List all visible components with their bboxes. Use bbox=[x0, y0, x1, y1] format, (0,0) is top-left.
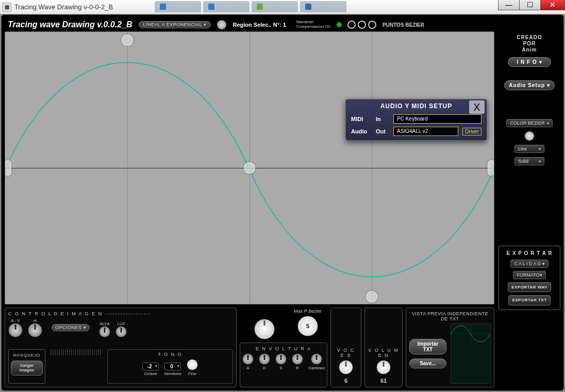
line-dropdown[interactable]: Line▾ bbox=[514, 145, 544, 153]
fine-label: Fine bbox=[188, 371, 196, 376]
voces-label: V O C E S bbox=[334, 348, 358, 358]
luz-label: LUZ bbox=[115, 321, 127, 326]
env-s-label: S bbox=[279, 366, 282, 370]
maximize-button[interactable]: ☐ bbox=[519, 0, 541, 10]
octave-spin[interactable]: -2 bbox=[142, 363, 159, 370]
fine-knob[interactable] bbox=[187, 359, 198, 370]
bosquejo-label: BOSQUEJO bbox=[13, 353, 40, 357]
audio-midi-dialog: X AUDIO Y MIDI SETUP MIDI In PC Keyboard… bbox=[345, 99, 487, 141]
txt-preview-canvas bbox=[451, 323, 491, 384]
close-button[interactable]: ✕ bbox=[540, 0, 565, 10]
color-bezier-dropdown[interactable]: COLOR BEZIER▾ bbox=[506, 119, 552, 127]
region-label: Region Selec.. N°: 1 bbox=[232, 22, 286, 28]
dc-label-2: Compensacion DC bbox=[296, 25, 331, 29]
export-wav-button[interactable]: EXPORTAR WAV bbox=[508, 282, 551, 293]
semitone-label: Semitone bbox=[164, 371, 181, 376]
opciones-dropdown[interactable]: OPCIONES ▾ bbox=[52, 324, 90, 331]
calidad-dropdown[interactable]: C A L I D A D ▾ bbox=[510, 260, 548, 268]
mode-dropdown[interactable]: LINEAL A EXPONENCIAL ▾ bbox=[139, 21, 211, 28]
edge-handle-right[interactable] bbox=[488, 160, 494, 176]
alfa-knob[interactable] bbox=[99, 326, 110, 337]
molde-label: M O L D E bbox=[245, 308, 284, 317]
bezier-label: PUNTOS BEZIER bbox=[383, 22, 424, 28]
formato-dropdown[interactable]: FORMATO▾ bbox=[513, 271, 545, 279]
bezier-points-group bbox=[347, 21, 376, 29]
midi-label: MIDI bbox=[351, 116, 372, 122]
export-title: E X P O R T A R bbox=[506, 250, 552, 257]
env-d-knob[interactable] bbox=[259, 353, 270, 365]
bezier-ring[interactable] bbox=[358, 21, 366, 29]
env-a-knob[interactable] bbox=[242, 353, 254, 365]
bg-tab[interactable] bbox=[300, 1, 346, 12]
audio-label: Audio bbox=[351, 128, 372, 134]
env-a-label: A bbox=[246, 366, 249, 370]
importar-txt-button[interactable]: Importar TXT bbox=[409, 339, 446, 354]
luz-knob[interactable] bbox=[115, 326, 127, 337]
env-r-label: R bbox=[296, 366, 299, 370]
audio-out-field[interactable]: ASIO4ALL v2 bbox=[393, 127, 458, 136]
solid-dropdown[interactable]: Solid▾ bbox=[514, 157, 544, 165]
export-txt-button[interactable]: EXPORTAR TXT bbox=[508, 295, 550, 305]
voces-knob[interactable] bbox=[339, 360, 353, 374]
bezier-handle[interactable] bbox=[122, 35, 133, 46]
bosquejo-box: BOSQUEJO Cargar Imagen bbox=[8, 349, 45, 384]
av-knob[interactable] bbox=[8, 323, 23, 337]
header-knob[interactable] bbox=[217, 20, 226, 29]
img-ctrl-title: C O N T R O L D E I M A G E N ----------… bbox=[8, 311, 233, 316]
dc-led[interactable] bbox=[337, 23, 341, 27]
info-button[interactable]: I N F O ▾ bbox=[508, 57, 551, 67]
audio-setup-button[interactable]: Audio Setup ▾ bbox=[504, 80, 555, 90]
vol-value: 61 bbox=[380, 378, 387, 384]
bezier-ring[interactable] bbox=[368, 21, 376, 29]
out-label: Out bbox=[376, 128, 389, 134]
env-r-knob[interactable] bbox=[292, 353, 303, 365]
maxp-knob[interactable]: 5 bbox=[297, 316, 318, 336]
bezier-ring[interactable] bbox=[347, 21, 356, 29]
edge-handle-left[interactable] bbox=[5, 160, 11, 176]
env-amt-label: Cantidad bbox=[308, 366, 325, 370]
top-toolbar: Tracing wave Drawing v.0.0.2_B LINEAL A … bbox=[5, 18, 560, 31]
bezier-handle[interactable] bbox=[366, 291, 377, 302]
molde-knob[interactable] bbox=[254, 319, 275, 339]
semitone-spin[interactable]: 0 bbox=[164, 363, 181, 370]
bg-tab[interactable] bbox=[155, 1, 201, 12]
save-button[interactable]: Save... bbox=[409, 359, 446, 368]
right-sidebar: CREADO POR Anim I N F O ▾ Audio Setup ▾ … bbox=[498, 31, 560, 387]
voces-value: 6 bbox=[344, 378, 347, 384]
preview-title: VISTA PREVIA INDEPENDIENTE DE TXT bbox=[409, 311, 491, 321]
env-title: E N V O L T U R A bbox=[243, 346, 324, 351]
in-label: In bbox=[376, 116, 389, 122]
av-label: A - V bbox=[8, 318, 23, 323]
bezier-handle[interactable] bbox=[244, 162, 255, 174]
vol-knob[interactable] bbox=[376, 360, 391, 374]
octave-label: Octave bbox=[144, 371, 157, 376]
midi-in-field[interactable]: PC Keyboard bbox=[393, 114, 481, 124]
env-s-knob[interactable] bbox=[275, 353, 287, 365]
maxp-label: Max P Bezier bbox=[294, 309, 321, 314]
created-by-label: CREADO POR Anim bbox=[517, 35, 542, 53]
window-titlebar: ▦ Tracing Wave Drawing v-0-0-2_B — ☐ ✕ bbox=[0, 0, 565, 14]
app-icon: ▦ bbox=[2, 3, 11, 12]
tono-title: T O N O bbox=[110, 352, 230, 357]
export-panel: E X P O R T A R C A L I D A D ▾ FORMATO▾… bbox=[498, 246, 560, 310]
dialog-title: AUDIO Y MIDI SETUP bbox=[346, 99, 487, 113]
sketch-preview bbox=[51, 349, 102, 355]
bg-tab[interactable] bbox=[252, 1, 298, 12]
waveform-canvas[interactable]: X AUDIO Y MIDI SETUP MIDI In PC Keyboard… bbox=[5, 31, 494, 304]
app-title: Tracing wave Drawing v.0.0.2_B bbox=[8, 20, 132, 29]
driver-button[interactable]: Driver bbox=[462, 128, 481, 135]
env-amt-knob[interactable] bbox=[311, 353, 322, 365]
app-body: Tracing wave Drawing v.0.0.2_B LINEAL A … bbox=[1, 14, 564, 391]
vol-label: V O L U M E N bbox=[368, 348, 399, 358]
h-knob[interactable] bbox=[28, 323, 42, 337]
cargar-imagen-button[interactable]: Cargar Imagen bbox=[11, 361, 43, 376]
window-title: Tracing Wave Drawing v-0-0-2_B bbox=[14, 3, 113, 11]
alfa-label: ALFA bbox=[99, 321, 110, 326]
bg-tab[interactable] bbox=[203, 1, 250, 12]
color-bezier-knob[interactable] bbox=[525, 131, 534, 141]
background-tabs bbox=[155, 1, 346, 12]
dialog-close-button[interactable]: X bbox=[469, 100, 485, 114]
h-label: H bbox=[28, 318, 42, 323]
env-d-label: D bbox=[263, 366, 266, 370]
minimize-button[interactable]: — bbox=[498, 0, 520, 10]
